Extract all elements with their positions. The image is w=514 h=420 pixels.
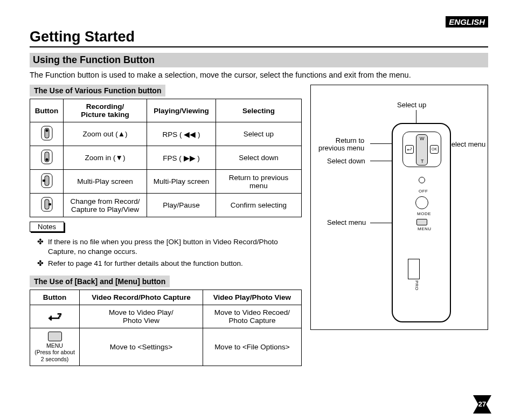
device-outline: ⮐ OK OFF MODE MENU PRO [392, 123, 451, 322]
page-number-badge: 27 [473, 395, 491, 414]
t1-r0-c3: Select up [216, 122, 302, 146]
svg-rect-11 [48, 203, 51, 205]
t1-h0: Button [30, 99, 64, 122]
function-table: Button Recording/ Picture taking Playing… [30, 99, 302, 217]
intro-text: The Function button is used to make a se… [30, 71, 488, 79]
svg-rect-8 [43, 180, 45, 182]
pro-label: PRO [414, 280, 419, 291]
menu-hw-button-icon [416, 219, 427, 225]
note-item: Refer to page 41 for further details abo… [39, 259, 302, 268]
t1-r0-c1: Zoom out (▲) [64, 122, 147, 146]
ok-key-icon: OK [430, 145, 439, 154]
table-row: Change from Record/ Capture to Play/View… [30, 194, 302, 217]
section-subtitle: Using the Function Button [30, 53, 488, 67]
t1-r3-c3: Confirm selecting [216, 194, 302, 217]
language-badge: ENGLISH [446, 16, 488, 27]
section2-label: The Use of [Back] and [Menu] button [30, 276, 170, 287]
table-row: MENU (Press for about 2 seconds) Move to… [30, 328, 302, 366]
power-dial-icon [415, 196, 428, 209]
t2-r1-c2: Move to <File Options> [203, 328, 301, 366]
button-icon-up [30, 122, 64, 146]
t1-r0-c2: RPS ( ◀◀ ) [147, 122, 216, 146]
notes-label: Notes [30, 222, 64, 232]
back-key-icon: ⮐ [405, 145, 414, 154]
t2-h2: Video Play/Photo View [203, 290, 301, 305]
label-select-up: Select up [397, 101, 426, 109]
label-select-menu-left: Select menu [327, 219, 366, 226]
t1-h2: Playing/Viewing [147, 99, 216, 122]
back-menu-table: Button Video Record/Photo Capture Video … [30, 290, 302, 367]
svg-rect-10 [45, 199, 49, 209]
zoom-rocker [416, 134, 428, 166]
menu-hw-label: MENU [418, 226, 432, 231]
control-pad: ⮐ OK [402, 132, 441, 167]
t2-h0: Button [30, 290, 80, 305]
notes-list: If there is no file when you press the [… [39, 237, 302, 269]
t1-r1-c3: Select down [216, 146, 302, 170]
t2-r1-c1: Move to <Settings> [80, 328, 203, 366]
back-icon: ⮐ [30, 305, 80, 328]
t2-r0-c1: Move to Video Play/ Photo View [80, 305, 203, 328]
page-title: Getting Started [30, 29, 488, 47]
label-return-prev: Return to previous menu [318, 137, 364, 153]
t1-h3: Selecting [216, 99, 302, 122]
table-row: Multi-Play screen Multi-Play screen Retu… [30, 170, 302, 194]
svg-point-5 [45, 159, 48, 161]
page-number: 27 [473, 395, 491, 414]
t1-r3-c2: Play/Pause [147, 194, 216, 217]
table-row: Zoom out (▲) RPS ( ◀◀ ) Select up [30, 122, 302, 146]
port-cover-icon [408, 259, 420, 279]
menu-sub: (Press for about 2 seconds) [33, 349, 76, 362]
svg-point-2 [45, 129, 48, 132]
small-button-icon [419, 177, 425, 183]
label-select-down: Select down [327, 157, 365, 165]
label-select-menu-right: Select menu [447, 141, 485, 148]
t1-h1: Recording/ Picture taking [64, 99, 147, 122]
t2-h1: Video Record/Photo Capture [80, 290, 203, 305]
t1-r3-c1: Change from Record/ Capture to Play/View [64, 194, 147, 217]
menu-label: MENU [33, 342, 76, 349]
menu-button-icon: MENU (Press for about 2 seconds) [30, 328, 80, 366]
t1-r2-c1: Multi-Play screen [64, 170, 147, 194]
t2-r0-c2: Move to Video Recoed/ Photo Capture [203, 305, 301, 328]
button-icon-left [30, 170, 64, 194]
button-icon-down [30, 146, 64, 170]
off-label: OFF [419, 189, 428, 194]
table-row: Zoom in (▼) FPS ( ▶▶ ) Select down [30, 146, 302, 170]
t1-r2-c3: Return to previous menu [216, 170, 302, 194]
t1-r1-c2: FPS ( ▶▶ ) [147, 146, 216, 170]
button-icon-right [30, 194, 64, 217]
svg-rect-7 [45, 176, 49, 185]
device-diagram: Select up Return to previous menu Select… [310, 85, 488, 330]
t1-r1-c1: Zoom in (▼) [64, 146, 147, 170]
note-item: If there is no file when you press the [… [39, 237, 302, 257]
table-row: ⮐ Move to Video Play/ Photo View Move to… [30, 305, 302, 328]
t1-r2-c2: Multi-Play screen [147, 170, 216, 194]
section1-label: The Use of Various Function button [30, 85, 165, 97]
mode-label: MODE [417, 211, 431, 216]
